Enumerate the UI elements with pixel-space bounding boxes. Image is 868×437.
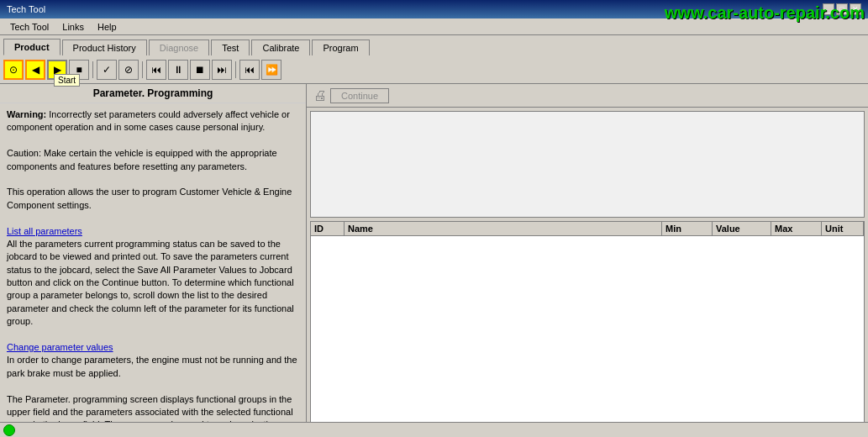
- table-header: ID Name Min Value Max Unit: [311, 222, 864, 236]
- tab-bar: Product Product History Diagnose Test Ca…: [0, 35, 868, 55]
- separator-1: [92, 61, 93, 78]
- back-btn[interactable]: ◀: [25, 60, 45, 80]
- check-btn[interactable]: ✓: [97, 60, 117, 80]
- left-panel-title: Parameter. Programming: [0, 84, 306, 103]
- right-toolbar: 🖨 Continue: [307, 84, 868, 108]
- watermark: www.car-auto-repair.com: [665, 3, 865, 23]
- left-panel-content: Warning: Incorrectly set parameters coul…: [0, 103, 306, 437]
- col-header-value: Value: [713, 222, 771, 235]
- col-header-min: Min: [662, 222, 713, 235]
- tab-product-history[interactable]: Product History: [62, 39, 147, 55]
- separator-3: [235, 61, 236, 78]
- record-btn[interactable]: ⊙: [3, 60, 24, 80]
- print-icon: 🖨: [313, 88, 327, 103]
- right-panel: 🖨 Continue ID Name Min Value Max Unit: [307, 84, 868, 437]
- warning-label: Warning:: [7, 109, 46, 119]
- right-empty-area: [310, 111, 865, 218]
- status-bar: [0, 422, 868, 437]
- continue-button[interactable]: Continue: [330, 88, 389, 103]
- toolbar: ⊙ ◀ ▶ ■ ✓ ⊘ ⏮ ⏸ ⏹ ⏭ ⏮ ⏩ Start: [0, 55, 868, 84]
- first-btn[interactable]: ⏮: [146, 60, 166, 80]
- ffwd-btn[interactable]: ⏩: [261, 60, 281, 80]
- warning-body: Incorrectly set parameters could adverse…: [7, 109, 290, 132]
- left-panel: Parameter. Programming Warning: Incorrec…: [0, 84, 307, 437]
- window-title: Tech Tool: [7, 4, 45, 14]
- tab-test[interactable]: Test: [211, 39, 250, 55]
- col-header-name: Name: [345, 222, 662, 235]
- list-all-params-link[interactable]: List all parameters: [7, 226, 82, 236]
- status-indicator: [3, 424, 15, 436]
- caution-text: Caution: Make certain the vehicle is equ…: [7, 147, 299, 173]
- menu-help[interactable]: Help: [91, 20, 124, 34]
- pause-btn[interactable]: ⏸: [168, 60, 188, 80]
- rewind-btn[interactable]: ⏮: [239, 60, 260, 80]
- last-btn[interactable]: ⏭: [212, 60, 232, 80]
- menu-techtool[interactable]: Tech Tool: [3, 20, 55, 34]
- col-header-max: Max: [771, 222, 822, 235]
- menu-links[interactable]: Links: [55, 20, 91, 34]
- change-params-desc1: In order to change parameters, the engin…: [7, 354, 299, 380]
- tab-diagnose: Diagnose: [149, 39, 209, 55]
- parameters-table: ID Name Min Value Max Unit: [310, 221, 865, 434]
- col-header-unit: Unit: [822, 222, 864, 235]
- cancel-btn[interactable]: ⊘: [118, 60, 139, 80]
- tab-product[interactable]: Product: [3, 39, 60, 55]
- stop2-btn[interactable]: ⏹: [190, 60, 210, 80]
- operation-text: This operation allows the user to progra…: [7, 186, 299, 212]
- col-header-id: ID: [311, 222, 345, 235]
- change-params-link[interactable]: Change parameter values: [7, 342, 113, 352]
- warning-text: Warning: Incorrectly set parameters coul…: [7, 108, 299, 134]
- separator-2: [142, 61, 143, 78]
- tab-calibrate[interactable]: Calibrate: [251, 39, 310, 55]
- tab-program[interactable]: Program: [312, 39, 369, 55]
- main-content: Parameter. Programming Warning: Incorrec…: [0, 84, 868, 437]
- start-tooltip: Start: [54, 74, 80, 87]
- list-params-desc: All the parameters current programming s…: [7, 238, 299, 329]
